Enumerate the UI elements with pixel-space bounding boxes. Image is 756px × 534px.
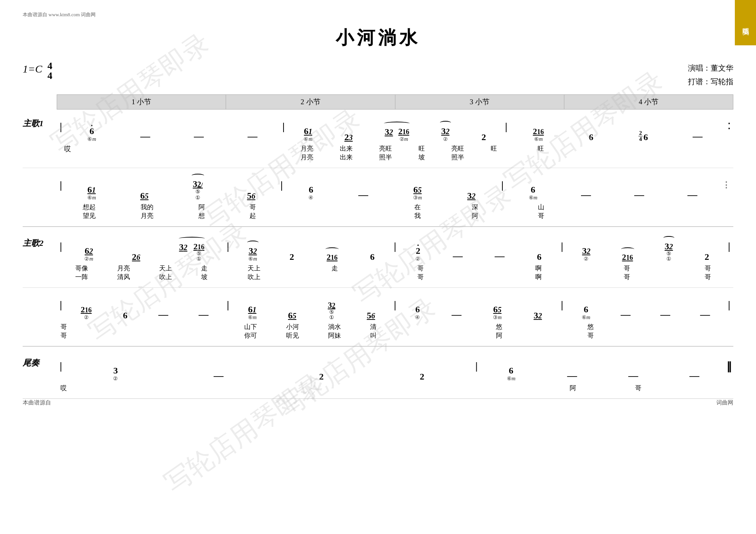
barline-s2: | — [57, 179, 65, 191]
note-digit: 6 — [90, 126, 94, 136]
section-header: 1 小节 2 小节 3 小节 4 小节 — [57, 94, 733, 110]
dash-3: — — [246, 131, 259, 142]
bl-z2r2-e: | — [725, 299, 733, 311]
ch: ④ — [415, 315, 420, 320]
corner-badge: 唱美版 — [735, 0, 756, 45]
note-digit: 6 — [589, 132, 593, 142]
nd: 32 — [328, 301, 335, 310]
note-32: 32 — [385, 127, 393, 142]
note-6-r2m2: 6 ④ — [308, 185, 313, 201]
section-header-4: 4 小节 — [564, 95, 733, 109]
ch: ⑥m — [582, 315, 590, 320]
notes-z2r2: | 216 ② 6 — — | 61 — [57, 292, 733, 322]
note-6-m1: 6 ⑥m — [87, 126, 96, 142]
note-digit: 61 — [87, 185, 96, 194]
note-216-z2m2: 216 — [327, 253, 338, 262]
nd: 2 — [420, 372, 424, 381]
note-32-z2m4: 32 ② — [582, 246, 590, 262]
double-barline: ‖ — [725, 360, 733, 372]
note-216-z2m4: 216 — [622, 253, 633, 262]
nd: 216 — [327, 253, 338, 262]
lyrics-line-zg1r1: 哎 月亮月亮 出来出来 亮旺照半 旺坡 亮旺照 — [57, 144, 733, 164]
ch: ② — [84, 315, 89, 320]
lyrics-z2r1: 哥像一阵 月亮清风 天上吹上 走坡 天上吹上 走 哥哥 啊啊 — [57, 263, 733, 284]
note-chord: ②m — [400, 136, 408, 142]
credits: 演唱：董文华 打谱：写轮指 — [688, 61, 733, 88]
ch: ⑥m — [507, 376, 516, 381]
note-2b-wz: 2 — [420, 372, 424, 381]
nd: 65 — [288, 310, 296, 320]
bl-z2r2-3: | — [391, 299, 399, 311]
note-56: 56 — [247, 191, 255, 201]
ch: ② — [584, 256, 589, 262]
note-61: 61 ⑥m — [304, 126, 312, 142]
nd: 6 — [537, 252, 541, 262]
nd: 26 — [132, 252, 140, 262]
notes-line-zg1r2: | 61 ⑥m 65 32/ — [57, 172, 733, 202]
section-header-3: 3 小节 — [395, 95, 564, 109]
lyrics-z2r2: 哥哥 山下你可 小河听见 淌水阿妹 清叫 悠阿 悠哥 — [57, 322, 733, 342]
bl-z2r1-s: | — [57, 240, 65, 252]
nd: 32 — [179, 242, 187, 252]
note-2-m2: 2 — [482, 132, 486, 142]
note-32b: 32 ② — [441, 126, 449, 142]
note-digit: 6 — [643, 132, 648, 142]
bl-wz-2: | — [472, 360, 480, 372]
nd: 2 — [705, 252, 709, 262]
note-frac-24-6: 2 4 6 — [638, 130, 648, 142]
nd: 65 — [493, 304, 502, 314]
bl-z2r1-3: | — [391, 240, 399, 252]
note-62: 62 ②m — [84, 246, 93, 262]
note-digit: 2 — [482, 132, 486, 142]
note-61-r2: 61 ⑥m — [87, 185, 96, 201]
nd: 6 — [509, 366, 513, 375]
note-216-z2r2m1: 216 ② — [81, 305, 92, 320]
note-6-r2m3: 6 ⑥m — [529, 185, 538, 201]
note-digit: 65 — [414, 185, 422, 194]
note-2-z2m4: 2 — [705, 252, 709, 262]
note-6-z2r2m1: 6 — [123, 310, 127, 320]
footer: 本曲谱源自 词曲网 — [0, 399, 756, 406]
note-65: 65 — [140, 191, 149, 201]
note-2dot-z2m3: 2 ② — [415, 246, 420, 262]
barline-r2-end: ⋮ — [719, 180, 733, 190]
zhugeyi-bars1: | 6 ⑥m — — — | 61 ⑥m — [57, 113, 733, 164]
bl-z2r2-4: | — [558, 299, 566, 311]
nd: 6 — [584, 304, 588, 314]
note-digit: 56 — [247, 191, 255, 201]
note-2a-wz: 2 — [319, 372, 324, 381]
zhugeyi-row2: 主歌1 | 61 ⑥m 65 — [23, 168, 733, 227]
lyric-ai: 哎 — [64, 144, 71, 153]
footer-left: 本曲谱源自 — [23, 399, 51, 406]
section-label-zhuge2: 主歌2 — [23, 233, 57, 249]
note-6-z2r2m3: 6 ④ — [415, 304, 420, 320]
note-61-z2r2m2: 61 ⑥m — [248, 304, 257, 320]
note-chord: ⑥m — [534, 136, 543, 142]
nd: 216 — [622, 253, 633, 262]
note-digit: 32 — [441, 126, 449, 136]
barline-2: | — [279, 120, 288, 133]
note-216-z2: 216 ⑤① — [194, 242, 204, 262]
note-32-r2m2: 32 — [467, 191, 476, 201]
ch: ② — [113, 376, 118, 381]
bl-z2r2-2: | — [224, 299, 232, 311]
footer-right: 词曲网 — [716, 399, 733, 406]
zhuge2-row1: 主歌2 | 62 ②m 26 — [23, 229, 733, 288]
section-header-1: 1 小节 — [57, 95, 226, 109]
bl-z2r1-e: | — [725, 240, 733, 252]
note-digit: 23 — [344, 132, 353, 142]
notes-wz: | 3 ② — 2 2 | — [57, 353, 733, 383]
note-6-z2m3: 6 — [537, 252, 541, 262]
nd: 6 — [123, 310, 127, 320]
nd: 6 — [370, 252, 375, 262]
note-digit: 32 — [385, 127, 393, 137]
nd: 61 — [248, 304, 256, 314]
nd: 32 — [534, 310, 542, 320]
chord: ⑥m — [87, 195, 96, 201]
barline-start: | — [57, 120, 65, 133]
bl-z2r1-4: | — [558, 240, 566, 252]
nd: 32 — [582, 246, 590, 256]
note-digit: 32/ — [193, 179, 203, 189]
note-65-z2r2m3: 65 ③m — [493, 304, 502, 320]
note-32-z2: 32 — [179, 242, 187, 262]
